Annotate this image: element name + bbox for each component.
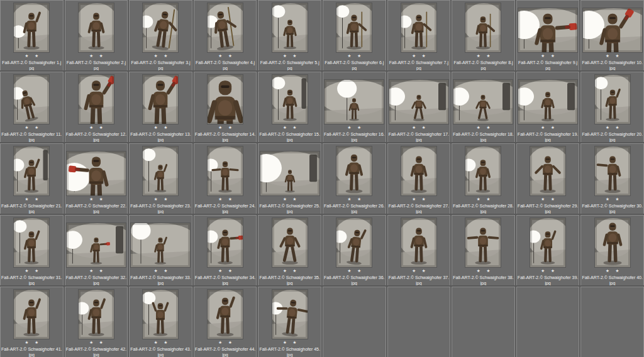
- file-name[interactable]: Fall-ART-2.© Schwaighofer 40.jpg: [582, 275, 643, 285]
- file-name[interactable]: Fall-ART-2.© Schwaighofer 31.jpg: [1, 275, 62, 285]
- file-name[interactable]: Fall-ART-2.© Schwaighofer 20.jpg: [582, 131, 643, 142]
- file-name[interactable]: Fall-ART-2.© Schwaighofer 37.jpg: [388, 275, 449, 285]
- file-cell[interactable]: ★ ★ Fall-ART-2.© Schwaighofer 29.jpg: [516, 143, 580, 214]
- photo-thumbnail[interactable]: [130, 3, 192, 52]
- file-name[interactable]: Fall-ART-2.© Schwaighofer 16.jpg: [324, 131, 385, 142]
- file-cell[interactable]: ★ ★ Fall-ART-2.© Schwaighofer 19.jpg: [516, 72, 580, 142]
- rating-stars[interactable]: ★ ★: [280, 340, 299, 345]
- rating-stars[interactable]: ★ ★: [474, 268, 492, 273]
- file-cell[interactable]: ★ ★ Fall-ART-2.© Schwaighofer 36.jpg: [323, 215, 386, 285]
- file-name[interactable]: Fall-ART-2.© Schwaighofer 45.jpg: [259, 346, 320, 357]
- rating-stars[interactable]: ★ ★: [280, 53, 299, 58]
- file-cell[interactable]: ★ ★ Fall-ART-2.© Schwaighofer 35.jpg: [258, 215, 321, 285]
- file-name[interactable]: Fall-ART-2.© Schwaighofer 27.jpg: [388, 203, 449, 214]
- photo-thumbnail[interactable]: [452, 75, 514, 124]
- rating-stars[interactable]: ★ ★: [216, 197, 234, 202]
- file-name[interactable]: Fall-ART-2.© Schwaighofer 19.jpg: [518, 131, 579, 142]
- file-cell[interactable]: ★ ★ Fall-ART-2.© Schwaighofer 27.jpg: [387, 143, 451, 214]
- file-cell[interactable]: ★ ★ Fall-ART-2.© Schwaighofer 21.jpg: [0, 143, 64, 214]
- photo-thumbnail[interactable]: [581, 3, 643, 52]
- file-name[interactable]: Fall-ART-2.© Schwaighofer 38.jpg: [453, 275, 514, 285]
- rating-stars[interactable]: ★ ★: [216, 53, 234, 58]
- file-cell[interactable]: ★ ★ Fall-ART-2.© Schwaighofer 34.jpg: [194, 215, 257, 285]
- rating-stars[interactable]: ★ ★: [87, 125, 105, 130]
- file-cell[interactable]: ★ ★ Fall-ART-2.© Schwaighofer 12.jpg: [65, 72, 128, 142]
- rating-stars[interactable]: ★ ★: [603, 53, 621, 58]
- photo-thumbnail[interactable]: [517, 3, 579, 52]
- file-cell[interactable]: ★ ★ Fall-ART-2.© Schwaighofer 16.jpg: [323, 72, 386, 142]
- photo-thumbnail[interactable]: [194, 3, 257, 52]
- file-name[interactable]: Fall-ART-2.© Schwaighofer 28.jpg: [453, 203, 514, 214]
- file-cell[interactable]: ★ ★ Fall-ART-2.© Schwaighofer 9.jpg: [516, 0, 580, 70]
- photo-thumbnail[interactable]: [130, 290, 192, 339]
- file-name[interactable]: Fall-ART-2.© Schwaighofer 6.jpg: [324, 60, 385, 70]
- file-name[interactable]: Fall-ART-2.© Schwaighofer 15.jpg: [259, 131, 320, 142]
- photo-thumbnail[interactable]: [388, 218, 450, 267]
- file-name[interactable]: Fall-ART-2.© Schwaighofer 22.jpg: [65, 203, 126, 214]
- file-name[interactable]: Fall-ART-2.© Schwaighofer 1.jpg: [1, 60, 62, 70]
- photo-thumbnail[interactable]: [323, 3, 386, 52]
- rating-stars[interactable]: ★ ★: [603, 125, 621, 130]
- photo-thumbnail[interactable]: [65, 146, 128, 195]
- photo-thumbnail[interactable]: [517, 218, 579, 267]
- photo-thumbnail[interactable]: [130, 218, 192, 267]
- file-cell[interactable]: ★ ★ Fall-ART-2.© Schwaighofer 6.jpg: [323, 0, 386, 70]
- file-name[interactable]: Fall-ART-2.© Schwaighofer 29.jpg: [518, 203, 579, 214]
- photo-thumbnail[interactable]: [452, 3, 514, 52]
- file-name[interactable]: Fall-ART-2.© Schwaighofer 2.jpg: [65, 60, 126, 70]
- file-cell[interactable]: ★ ★ Fall-ART-2.© Schwaighofer 39.jpg: [516, 215, 580, 285]
- file-cell[interactable]: ★ ★ Fall-ART-2.© Schwaighofer 31.jpg: [0, 215, 64, 285]
- file-cell[interactable]: ★ ★ Fall-ART-2.© Schwaighofer 18.jpg: [452, 72, 515, 142]
- file-cell[interactable]: ★ ★ Fall-ART-2.© Schwaighofer 45.jpg: [258, 287, 321, 357]
- file-cell[interactable]: ★ ★ Fall-ART-2.© Schwaighofer 33.jpg: [129, 215, 192, 285]
- file-name[interactable]: Fall-ART-2.© Schwaighofer 26.jpg: [324, 203, 385, 214]
- photo-thumbnail[interactable]: [65, 290, 128, 339]
- photo-thumbnail[interactable]: [323, 218, 386, 267]
- rating-stars[interactable]: ★ ★: [280, 268, 299, 273]
- photo-thumbnail[interactable]: [258, 290, 321, 339]
- rating-stars[interactable]: ★ ★: [87, 268, 105, 273]
- photo-thumbnail[interactable]: [1, 218, 63, 267]
- rating-stars[interactable]: ★ ★: [152, 53, 170, 58]
- file-cell[interactable]: ★ ★ Fall-ART-2.© Schwaighofer 26.jpg: [323, 143, 386, 214]
- file-name[interactable]: Fall-ART-2.© Schwaighofer 30.jpg: [582, 203, 643, 214]
- rating-stars[interactable]: ★ ★: [216, 340, 234, 345]
- file-name[interactable]: Fall-ART-2.© Schwaighofer 32.jpg: [65, 275, 126, 285]
- file-name[interactable]: Fall-ART-2.© Schwaighofer 8.jpg: [453, 60, 514, 70]
- rating-stars[interactable]: ★ ★: [409, 125, 428, 130]
- file-cell[interactable]: ★ ★ Fall-ART-2.© Schwaighofer 37.jpg: [387, 215, 451, 285]
- rating-stars[interactable]: ★ ★: [474, 53, 492, 58]
- rating-stars[interactable]: ★ ★: [152, 125, 170, 130]
- file-cell[interactable]: ★ ★ Fall-ART-2.© Schwaighofer 5.jpg: [258, 0, 321, 70]
- file-name[interactable]: Fall-ART-2.© Schwaighofer 13.jpg: [130, 131, 191, 142]
- photo-thumbnail[interactable]: [130, 75, 192, 124]
- rating-stars[interactable]: ★ ★: [152, 268, 170, 273]
- file-cell[interactable]: ★ ★ Fall-ART-2.© Schwaighofer 15.jpg: [258, 72, 321, 142]
- rating-stars[interactable]: ★ ★: [152, 340, 170, 345]
- file-cell[interactable]: ★ ★ Fall-ART-2.© Schwaighofer 13.jpg: [129, 72, 192, 142]
- rating-stars[interactable]: ★ ★: [216, 268, 234, 273]
- rating-stars[interactable]: ★ ★: [280, 197, 299, 202]
- rating-stars[interactable]: ★ ★: [345, 268, 364, 273]
- rating-stars[interactable]: ★ ★: [538, 125, 557, 130]
- file-cell[interactable]: ★ ★ Fall-ART-2.© Schwaighofer 41.jpg: [0, 287, 64, 357]
- file-name[interactable]: Fall-ART-2.© Schwaighofer 43.jpg: [130, 346, 191, 357]
- rating-stars[interactable]: ★ ★: [603, 268, 621, 273]
- file-cell[interactable]: ★ ★ Fall-ART-2.© Schwaighofer 23.jpg: [129, 143, 192, 214]
- photo-thumbnail[interactable]: [258, 146, 321, 195]
- rating-stars[interactable]: ★ ★: [152, 197, 170, 202]
- file-name[interactable]: Fall-ART-2.© Schwaighofer 5.jpg: [259, 60, 320, 70]
- rating-stars[interactable]: ★ ★: [603, 197, 621, 202]
- file-name[interactable]: Fall-ART-2.© Schwaighofer 23.jpg: [130, 203, 191, 214]
- photo-thumbnail[interactable]: [65, 3, 128, 52]
- file-name[interactable]: Fall-ART-2.© Schwaighofer 4.jpg: [195, 60, 256, 70]
- rating-stars[interactable]: ★ ★: [345, 125, 364, 130]
- file-cell[interactable]: ★ ★ Fall-ART-2.© Schwaighofer 2.jpg: [65, 0, 128, 70]
- file-cell[interactable]: ★ ★ Fall-ART-2.© Schwaighofer 38.jpg: [452, 215, 515, 285]
- photo-thumbnail[interactable]: [258, 218, 321, 267]
- file-cell[interactable]: ★ ★ Fall-ART-2.© Schwaighofer 20.jpg: [580, 72, 644, 142]
- file-cell[interactable]: ★ ★ Fall-ART-2.© Schwaighofer 30.jpg: [580, 143, 644, 214]
- file-name[interactable]: Fall-ART-2.© Schwaighofer 10.jpg: [582, 60, 643, 70]
- file-name[interactable]: Fall-ART-2.© Schwaighofer 21.jpg: [1, 203, 62, 214]
- photo-thumbnail[interactable]: [194, 290, 257, 339]
